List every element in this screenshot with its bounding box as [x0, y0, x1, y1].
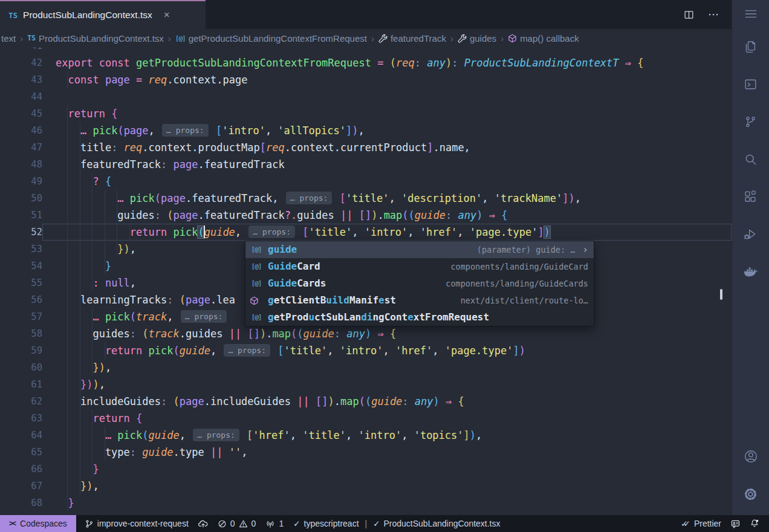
code-line[interactable]: 45return { — [0, 105, 732, 122]
status-item-branch[interactable]: improve-context-request — [80, 519, 193, 528]
line-number[interactable]: 63 — [0, 410, 42, 427]
line-number[interactable]: 59 — [0, 342, 42, 359]
status-item-feedback[interactable] — [726, 519, 745, 528]
activity-item-docker[interactable] — [732, 253, 769, 290]
code-token: , — [235, 226, 247, 238]
line-number[interactable]: 41 — [0, 47, 42, 54]
line-number[interactable]: 65 — [0, 444, 42, 461]
tab-productsublandingcontext[interactable]: TS ProductSubLandingContext.tsx × — [0, 0, 206, 29]
indent-guides — [56, 274, 92, 291]
suggestion-item[interactable]: [@]GuideCardscomponents/landing/GuideCar… — [245, 275, 594, 292]
line-number[interactable]: 47 — [0, 139, 42, 156]
activity-item-source-control[interactable] — [732, 103, 769, 140]
activity-item-menu[interactable] — [732, 0, 769, 28]
status-item-language-indicator[interactable]: ✓typescriptreact — [288, 519, 363, 528]
code-token: includeGuides — [80, 395, 161, 407]
more-actions-icon[interactable]: ⋯ — [708, 8, 719, 21]
line-number[interactable]: 66 — [0, 461, 42, 478]
code-line[interactable]: 69} — [0, 511, 732, 515]
line-number[interactable]: 45 — [0, 105, 42, 122]
line-number[interactable]: 61 — [0, 376, 42, 393]
code-line[interactable]: 48featuredTrack: page.featuredTrack — [0, 156, 732, 173]
status-item-ports[interactable]: 1 — [261, 519, 288, 528]
breadcrumb-item[interactable]: map() callback — [508, 33, 579, 44]
line-number[interactable]: 43 — [0, 71, 42, 88]
code-line[interactable]: 63return { — [0, 410, 732, 427]
code-line[interactable]: 66} — [0, 461, 732, 478]
status-item-problems[interactable]: 00 — [213, 519, 261, 528]
activity-item-extensions[interactable] — [732, 178, 769, 215]
code-token: ' — [308, 226, 314, 238]
suggestion-item[interactable]: [@]guide(parameter) guide: …› — [245, 241, 594, 258]
line-number[interactable]: 49 — [0, 173, 42, 190]
code-line[interactable]: 44 — [0, 88, 732, 105]
code-line[interactable]: 51guides: (page.featuredTrack?.guides ||… — [0, 207, 732, 224]
status-item-remote[interactable]: >< Codespaces — [0, 515, 76, 532]
line-number[interactable]: 55 — [0, 274, 42, 291]
line-number[interactable]: 60 — [0, 359, 42, 376]
code-line[interactable]: 61})), — [0, 376, 732, 393]
line-number[interactable]: 42 — [0, 54, 42, 71]
line-number[interactable]: 50 — [0, 190, 42, 207]
code-token: href — [259, 429, 284, 441]
activity-item-explorer[interactable] — [732, 28, 769, 65]
activity-item-terminal[interactable] — [732, 65, 769, 103]
line-number[interactable]: 54 — [0, 258, 42, 274]
suggestion-item[interactable]: [@]getProductSubLandingContextFromReques… — [245, 309, 594, 326]
code-line[interactable]: 52return pick(guide, … props: ['title', … — [0, 224, 732, 241]
line-number[interactable]: 52 — [0, 224, 42, 241]
line-number[interactable]: 67 — [0, 478, 42, 495]
code-line[interactable]: 47title: req.context.productMap[req.cont… — [0, 139, 732, 156]
code-line[interactable]: 65type: guide.type || '', — [0, 444, 732, 461]
code-line[interactable]: 46… pick(page, … props: ['intro', 'allTo… — [0, 122, 732, 139]
code-line[interactable]: 68} — [0, 495, 732, 511]
activity-item-search[interactable] — [732, 140, 769, 178]
breadcrumb-item[interactable]: guides — [458, 33, 496, 44]
code-line[interactable]: 64… pick(guide, … props: ['href', 'title… — [0, 427, 732, 444]
status-item-notifications[interactable] — [745, 519, 764, 528]
activity-item-account[interactable] — [732, 438, 769, 475]
code-line[interactable]: 41 — [0, 47, 732, 54]
code-line[interactable]: 62includeGuides: (page.includeGuides || … — [0, 393, 732, 410]
code-line[interactable]: 60}), — [0, 359, 732, 376]
code-line[interactable]: 50… pick(page.featuredTrack, … props: ['… — [0, 190, 732, 207]
code-editor[interactable]: 4142export const getProductSubLandingCon… — [0, 47, 732, 515]
chevron-right-icon[interactable]: › — [582, 241, 588, 258]
breadcrumb-item[interactable]: text — [1, 33, 16, 44]
code-line[interactable]: 59return pick(guide, … props: ['title', … — [0, 342, 732, 359]
code-token: … — [92, 311, 105, 323]
line-number[interactable]: 44 — [0, 88, 42, 105]
status-item-file-indicator[interactable]: ✓ProductSubLandingContext.tsx — [368, 519, 505, 528]
breadcrumb-item[interactable]: TSProductSubLandingContext.tsx — [27, 33, 164, 44]
code-token: title — [290, 345, 321, 357]
line-number[interactable]: 58 — [0, 325, 42, 342]
line-number[interactable]: 46 — [0, 122, 42, 139]
code-line[interactable]: 67}), — [0, 478, 732, 495]
status-item-prettier[interactable]: ✓✓Prettier — [676, 519, 726, 528]
status-item-sync[interactable] — [193, 519, 213, 528]
close-icon[interactable]: × — [164, 9, 170, 21]
line-number[interactable]: 56 — [0, 291, 42, 308]
split-editor-icon[interactable] — [683, 9, 695, 21]
activity-item-run-debug[interactable] — [732, 215, 769, 253]
code-token: guides — [297, 209, 340, 221]
activity-item-settings[interactable] — [732, 475, 769, 513]
suggestion-item[interactable]: getClientBuildManifestnext/dist/client/r… — [245, 292, 594, 309]
code-line[interactable]: 58guides: (track.guides || []).map((guid… — [0, 325, 732, 342]
line-number[interactable]: 68 — [0, 495, 42, 511]
code-token: ) — [433, 395, 440, 407]
suggestion-item[interactable]: [@]GuideCardcomponents/landing/GuideCard — [245, 258, 594, 275]
line-number[interactable]: 53 — [0, 241, 42, 258]
line-number[interactable]: 51 — [0, 207, 42, 224]
code-token: req — [266, 141, 285, 154]
breadcrumb-item[interactable]: featuredTrack — [378, 33, 446, 44]
code-line[interactable]: 49? { — [0, 173, 732, 190]
line-number[interactable]: 57 — [0, 308, 42, 325]
line-number[interactable]: 48 — [0, 156, 42, 173]
line-number[interactable]: 62 — [0, 393, 42, 410]
code-line[interactable]: 42export const getProductSubLandingConte… — [0, 54, 732, 71]
code-line[interactable]: 43const page = req.context.page — [0, 71, 732, 88]
line-number[interactable]: 64 — [0, 427, 42, 444]
breadcrumb-item[interactable]: [@]getProductSubLandingContextFromReques… — [175, 33, 367, 44]
line-number[interactable]: 69 — [0, 511, 42, 515]
